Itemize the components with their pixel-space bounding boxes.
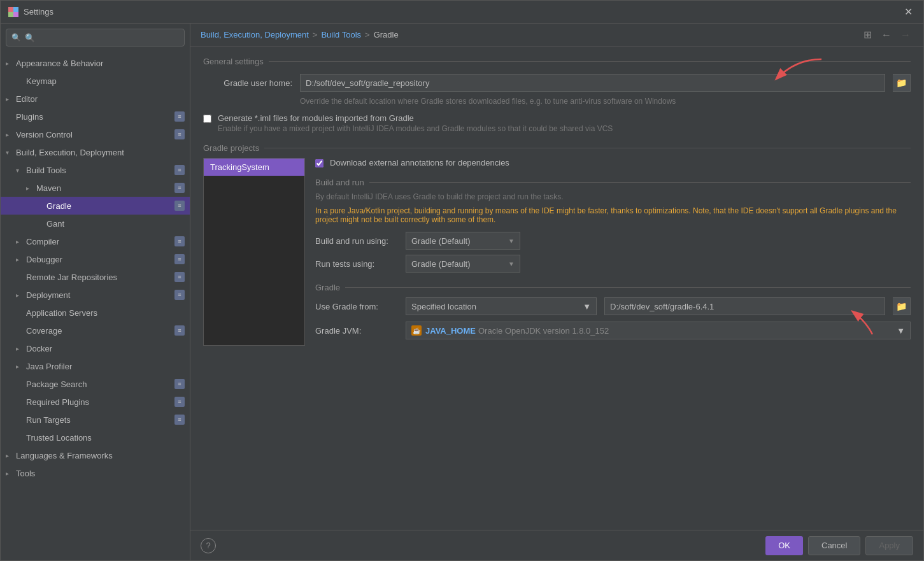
expand-arrow-build_exec_deploy: ▾ — [6, 149, 16, 156]
sidebar-item-compiler[interactable]: ▸Compiler≡ — [1, 232, 190, 250]
help-button[interactable]: ? — [201, 538, 216, 553]
use-gradle-from-arrow: ▼ — [583, 302, 591, 311]
sidebar-label-build_tools: Build Tools — [26, 166, 172, 175]
svg-rect-2 — [8, 12, 13, 17]
app-icon — [8, 7, 18, 17]
gradle-section-header: Gradle — [315, 283, 911, 292]
build-run-using-arrow: ▼ — [508, 238, 515, 245]
breadcrumb-back-button[interactable]: ← — [879, 27, 894, 43]
use-gradle-from-dropdown[interactable]: Specified location ▼ — [406, 297, 597, 315]
settings-badge-debugger: ≡ — [174, 254, 185, 264]
breadcrumb-actions: ⊞ ← → — [860, 27, 913, 43]
cancel-button[interactable]: Cancel — [808, 536, 860, 555]
sidebar-item-debugger[interactable]: ▸Debugger≡ — [1, 250, 190, 268]
search-input[interactable] — [25, 33, 179, 43]
gradle-jvm-row: Gradle JVM: ☕ JAVA_HOME Oracle OpenJDK v… — [315, 322, 911, 339]
gradle-home-label: Gradle user home: — [203, 78, 292, 88]
build-run-using-row: Build and run using: Gradle (Default) ▼ — [315, 232, 911, 250]
sidebar-label-remote_jar: Remote Jar Repositories — [26, 273, 172, 282]
settings-badge-deployment: ≡ — [174, 290, 185, 300]
gradle-jvm-dropdown[interactable]: ☕ JAVA_HOME Oracle OpenJDK version 1.8.0… — [406, 322, 911, 339]
sidebar-item-coverage[interactable]: Coverage≡ — [1, 322, 190, 339]
gradle-home-input[interactable] — [300, 74, 885, 92]
breadcrumb-build-exec[interactable]: Build, Execution, Deployment — [201, 30, 309, 39]
sidebar-item-required_plugins[interactable]: Required Plugins≡ — [1, 393, 190, 411]
breadcrumb-grid-button[interactable]: ⊞ — [860, 27, 875, 43]
sidebar-item-tools[interactable]: ▸Tools — [1, 464, 190, 482]
breadcrumb-build-tools[interactable]: Build Tools — [321, 30, 361, 39]
svg-rect-0 — [8, 7, 13, 12]
gradle-path-field[interactable] — [610, 302, 879, 311]
iml-checkbox-content: Generate *.iml files for modules importe… — [218, 113, 613, 133]
settings-badge-gradle: ≡ — [174, 201, 185, 211]
gradle-path-input[interactable] — [604, 297, 885, 315]
expand-arrow-tools: ▸ — [6, 470, 16, 477]
window-title: Settings — [24, 7, 900, 17]
sidebar-label-gant: Gant — [46, 219, 185, 229]
gradle-path-folder-button[interactable]: 📁 — [893, 297, 911, 315]
sidebar-item-appearance[interactable]: ▸Appearance & Behavior — [1, 54, 190, 72]
gradle-projects-header: Gradle projects — [203, 143, 911, 153]
build-run-using-label: Build and run using: — [315, 236, 398, 246]
sidebar-label-maven: Maven — [36, 183, 172, 193]
search-box[interactable]: 🔍 — [6, 29, 185, 46]
expand-arrow-maven: ▸ — [26, 185, 36, 192]
sidebar-item-app_servers[interactable]: Application Servers — [1, 304, 190, 322]
sidebar-item-run_targets[interactable]: Run Targets≡ — [1, 411, 190, 429]
sidebar-item-gradle[interactable]: Gradle≡ — [1, 197, 190, 215]
build-run-desc: By default IntelliJ IDEA uses Gradle to … — [315, 192, 911, 201]
download-annotations-label[interactable]: Download external annotations for depend… — [330, 158, 509, 167]
expand-arrow-appearance: ▸ — [6, 60, 16, 67]
sidebar-label-build_exec_deploy: Build, Execution, Deployment — [16, 148, 185, 157]
settings-badge-build_tools: ≡ — [174, 165, 185, 175]
sidebar-item-plugins[interactable]: Plugins≡ — [1, 108, 190, 125]
iml-checkbox-hint: Enable if you have a mixed project with … — [218, 124, 613, 133]
sidebar-item-editor[interactable]: ▸Editor — [1, 90, 190, 108]
run-tests-dropdown[interactable]: Gradle (Default) ▼ — [406, 255, 520, 273]
gradle-home-folder-button[interactable]: 📁 — [893, 74, 911, 92]
sidebar-item-keymap[interactable]: Keymap — [1, 72, 190, 90]
sidebar-item-build_tools[interactable]: ▾Build Tools≡ — [1, 161, 190, 179]
close-button[interactable]: ✕ — [900, 4, 916, 20]
build-run-header: Build and run — [315, 178, 911, 187]
iml-checkbox-label[interactable]: Generate *.iml files for modules importe… — [218, 113, 414, 123]
build-run-warning: In a pure Java/Kotlin project, building … — [315, 206, 911, 224]
build-run-using-dropdown[interactable]: Gradle (Default) ▼ — [406, 232, 520, 250]
bottom-bar: ? OK Cancel Apply — [190, 530, 923, 560]
sidebar-label-languages_frameworks: Languages & Frameworks — [16, 451, 185, 460]
sidebar: 🔍 ▸Appearance & BehaviorKeymap▸EditorPlu… — [1, 24, 190, 560]
sidebar-item-deployment[interactable]: ▸Deployment≡ — [1, 286, 190, 304]
download-annotations-checkbox[interactable] — [315, 159, 323, 167]
gradle-home-field[interactable] — [306, 78, 879, 88]
sidebar-item-docker[interactable]: ▸Docker — [1, 339, 190, 357]
ok-button[interactable]: OK — [765, 536, 803, 555]
sidebar-item-version_control[interactable]: ▸Version Control≡ — [1, 125, 190, 143]
gradle-jvm-arrow: ▼ — [897, 326, 905, 336]
settings-badge-plugins: ≡ — [174, 111, 185, 122]
expand-arrow-docker: ▸ — [16, 345, 26, 352]
breadcrumb-gradle: Gradle — [374, 30, 399, 39]
project-item-tracking[interactable]: TrackingSystem — [204, 159, 304, 176]
sidebar-label-package_search: Package Search — [26, 380, 172, 389]
iml-checkbox-row: Generate *.iml files for modules importe… — [203, 113, 911, 133]
sidebar-item-java_profiler[interactable]: ▸Java Profiler — [1, 357, 190, 375]
sidebar-label-trusted_locations: Trusted Locations — [26, 433, 185, 443]
run-tests-arrow: ▼ — [508, 260, 515, 267]
sidebar-item-gant[interactable]: Gant — [1, 215, 190, 232]
use-gradle-from-label: Use Gradle from: — [315, 302, 398, 311]
breadcrumb-forward-button[interactable]: → — [898, 27, 913, 43]
sidebar-item-trusted_locations[interactable]: Trusted Locations — [1, 429, 190, 446]
settings-badge-coverage: ≡ — [174, 325, 185, 336]
sidebar-label-tools: Tools — [16, 469, 185, 478]
sidebar-label-coverage: Coverage — [26, 326, 172, 336]
sidebar-item-maven[interactable]: ▸Maven≡ — [1, 179, 190, 197]
settings-content: General settings Gradle user home: 📁 — [190, 46, 923, 530]
sidebar-item-languages_frameworks[interactable]: ▸Languages & Frameworks — [1, 446, 190, 464]
sidebar-item-package_search[interactable]: Package Search≡ — [1, 375, 190, 393]
apply-button[interactable]: Apply — [865, 536, 913, 555]
sidebar-item-build_exec_deploy[interactable]: ▾Build, Execution, Deployment — [1, 143, 190, 161]
build-run-using-value: Gradle (Default) — [411, 236, 470, 246]
iml-checkbox[interactable] — [203, 115, 211, 123]
sidebar-item-remote_jar[interactable]: Remote Jar Repositories≡ — [1, 268, 190, 286]
sidebar-label-version_control: Version Control — [16, 130, 172, 139]
